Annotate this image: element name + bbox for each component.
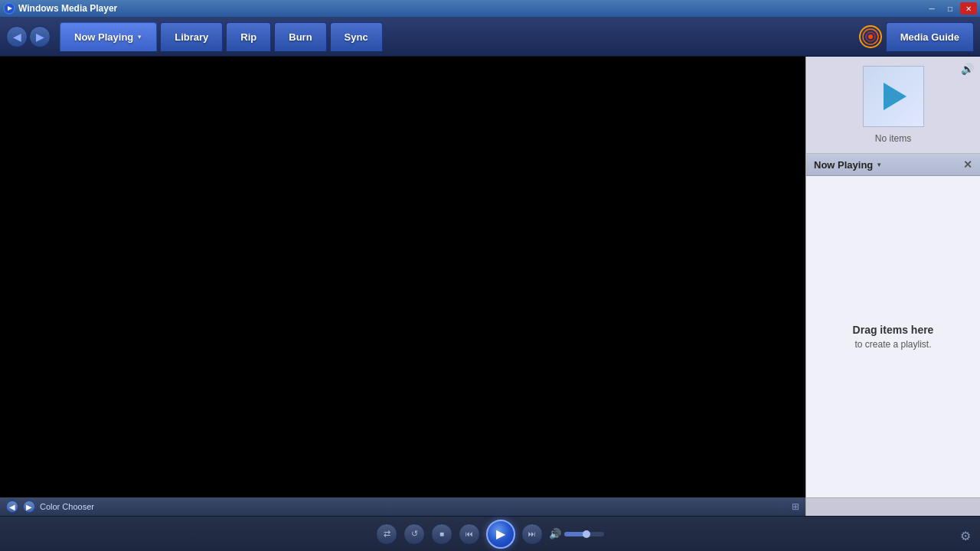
create-playlist-text: to create a playlist.: [854, 339, 931, 350]
repeat-button[interactable]: ↺: [403, 523, 425, 545]
tab-media-guide[interactable]: Media Guide: [886, 22, 974, 51]
play-icon: ▶: [496, 527, 505, 541]
minimize-button[interactable]: ─: [923, 2, 940, 15]
main-content: 🔊 No items Now Playing ▼ ✕ Drag items he…: [0, 57, 980, 497]
svg-point-5: [868, 34, 873, 39]
app-icon: [3, 2, 15, 15]
tab-sync-label: Sync: [345, 31, 368, 43]
album-art-thumbnail: [863, 66, 924, 127]
prev-icon: ⏮: [466, 530, 473, 538]
nav-bar: ◀ ▶ Now Playing ▼ Library Rip Burn Sync …: [0, 17, 980, 57]
back-button[interactable]: ◀: [6, 26, 28, 47]
wmp-logo: [858, 24, 883, 49]
title-bar-left: Windows Media Player: [3, 2, 117, 15]
playlist-area: Drag items here to create a playlist.: [806, 176, 980, 497]
now-playing-label: Now Playing: [814, 159, 873, 171]
title-bar-controls: ─ □ ✕: [923, 2, 977, 15]
color-chooser-label: Color Chooser: [40, 502, 94, 511]
stop-button[interactable]: ■: [431, 523, 452, 545]
close-panel-button[interactable]: ✕: [963, 158, 972, 171]
now-playing-dropdown-icon[interactable]: ▼: [876, 161, 882, 168]
right-panel: 🔊 No items Now Playing ▼ ✕ Drag items he…: [805, 57, 980, 497]
shuffle-button[interactable]: ⇄: [376, 523, 397, 545]
video-area: [0, 57, 805, 497]
next-icon: ⏭: [528, 530, 536, 538]
tab-burn-label: Burn: [289, 31, 312, 43]
stop-icon: ■: [439, 530, 444, 538]
title-bar: Windows Media Player ─ □ ✕: [0, 0, 980, 17]
no-items-label: No items: [875, 133, 911, 144]
forward-button[interactable]: ▶: [29, 26, 51, 47]
repeat-icon: ↺: [411, 529, 418, 539]
tab-media-guide-label: Media Guide: [900, 31, 959, 43]
tab-sync[interactable]: Sync: [330, 22, 383, 51]
right-panel-filler: [805, 497, 980, 516]
expand-icon[interactable]: ⊞: [792, 501, 799, 512]
tab-library-label: Library: [175, 31, 208, 43]
title-text: Windows Media Player: [18, 3, 117, 14]
album-art-area: 🔊 No items: [806, 57, 980, 154]
tab-rip-label: Rip: [240, 31, 256, 43]
close-button[interactable]: ✕: [960, 2, 977, 15]
tab-now-playing-label: Now Playing: [74, 31, 133, 43]
nav-arrows: ◀ ▶: [6, 26, 51, 47]
prev-button[interactable]: ⏮: [459, 523, 480, 545]
play-button[interactable]: ▶: [486, 520, 515, 549]
color-next-button[interactable]: ▶: [23, 500, 35, 513]
tab-burn[interactable]: Burn: [274, 22, 326, 51]
settings-icon: ⚙: [960, 530, 971, 543]
color-chooser-bar: ◀ ▶ Color Chooser ⊞: [0, 497, 805, 516]
now-playing-panel-header: Now Playing ▼ ✕: [806, 154, 980, 176]
volume-control: 🔊: [549, 528, 604, 540]
controls-bar: ⇄ ↺ ■ ⏮ ▶ ⏭ 🔊 ⚙: [0, 516, 980, 551]
tab-rip[interactable]: Rip: [226, 22, 271, 51]
maximize-button[interactable]: □: [942, 2, 959, 15]
volume-slider[interactable]: [564, 532, 604, 536]
now-playing-title-row: Now Playing ▼: [814, 159, 882, 171]
speaker-icon[interactable]: 🔊: [961, 63, 974, 75]
next-button[interactable]: ⏭: [521, 523, 543, 545]
play-triangle-icon: [884, 83, 906, 110]
tab-now-playing[interactable]: Now Playing ▼: [60, 22, 157, 51]
tab-now-playing-arrow: ▼: [136, 34, 142, 41]
color-prev-button[interactable]: ◀: [6, 500, 18, 513]
mute-button[interactable]: 🔊: [549, 528, 561, 540]
tab-library[interactable]: Library: [160, 22, 223, 51]
drag-items-text: Drag items here: [853, 324, 934, 336]
shuffle-icon: ⇄: [384, 529, 390, 539]
settings-button[interactable]: ⚙: [960, 529, 971, 543]
volume-slider-thumb[interactable]: [583, 530, 590, 538]
